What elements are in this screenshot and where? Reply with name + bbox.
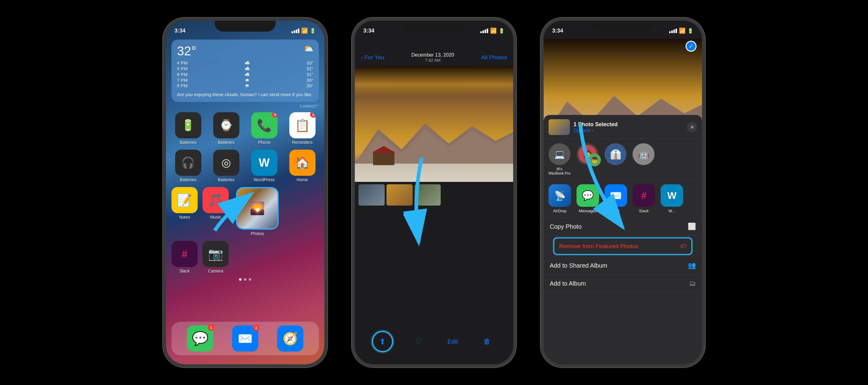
more-label: W... [669, 209, 675, 213]
wifi-icon-2: 📶 [490, 27, 497, 34]
main-photo[interactable] [355, 66, 513, 182]
app-wordpress[interactable]: W WordPress [248, 150, 281, 182]
app-photos-highlighted[interactable]: 🌄 Photos [236, 187, 279, 236]
weather-widget[interactable]: 32° ⛅ 4 PM☁️33° 5 PM☁️32° 6 PM☁️31° 7 PM… [172, 39, 319, 102]
thumb-2[interactable] [386, 184, 413, 206]
share-apps-row: 📡 AirDrop 💬 Messages ✉️ M [544, 180, 702, 218]
share-person-2[interactable]: 👩 👦 [577, 143, 598, 175]
slack-label: Slack [639, 209, 649, 213]
share-person-4[interactable]: 🤖 [632, 143, 654, 175]
app-slack[interactable]: # Slack [172, 241, 198, 273]
share-messages[interactable]: 💬 Messages [577, 184, 599, 213]
dock-mail[interactable]: ✉️ 1 [232, 325, 258, 352]
photo-strip [355, 182, 513, 208]
battery-icon-3: 🔋 [687, 28, 693, 34]
remove-featured-wrapper: Remove from Featured Photos 🏷 [544, 236, 702, 257]
copy-icon: ⬜ [688, 222, 696, 231]
messages-icon: 💬 [582, 190, 594, 201]
app-circle-2[interactable]: ◎ Batteries [210, 150, 243, 182]
thumb-3[interactable] [414, 184, 441, 206]
ground [355, 164, 513, 182]
heart-icon: ♡ [415, 337, 422, 346]
app-grid-row1: 🔋 Batteries ⌚ Batteries 📞 9 [166, 110, 324, 147]
add-shared-album-item[interactable]: Add to Shared Album 👥 [544, 257, 702, 275]
app-reminders[interactable]: 📋 2 Reminders [286, 112, 319, 145]
time-1: 3:34 [175, 28, 185, 34]
phone-1: 3:34 📶 🔋 32° ⛅ [163, 18, 328, 368]
app-headphone-batteries[interactable]: 🎧 Batteries [172, 150, 205, 182]
messages-badge: 1 [208, 324, 214, 331]
signal-icon-2 [480, 29, 488, 33]
edit-label: Edit [447, 338, 458, 345]
person-macbook-label: M'sMacBook Pro [549, 167, 570, 175]
dock: 💬 1 ✉️ 1 🧭 [172, 322, 319, 355]
app-camera[interactable]: 📷 Camera [203, 241, 229, 273]
wifi-icon-3: 📶 [679, 27, 686, 34]
share-people-row: 💻 M'sMacBook Pro 👩 👦 👔 [544, 139, 702, 180]
status-bar-1: 3:34 📶 🔋 [166, 21, 324, 36]
share-thumb-preview [549, 119, 570, 135]
remove-featured-label: Remove from Featured Photos [559, 243, 638, 250]
status-bar-3: 3:34 📶 🔋 [544, 21, 702, 36]
status-icons-2: 📶 🔋 [480, 27, 505, 34]
battery-icon-2: 🔋 [499, 28, 505, 34]
app-notes[interactable]: 📝 Notes [172, 187, 198, 236]
share-mail[interactable]: ✉️ Mail [604, 184, 627, 213]
share-more[interactable]: W W... [660, 184, 683, 213]
share-options-link[interactable]: Options › [574, 128, 687, 133]
signal-icon [291, 29, 299, 33]
share-person-macbook[interactable]: 💻 M'sMacBook Pro [549, 143, 570, 175]
remove-icon: 🏷 [680, 243, 686, 250]
signal-icon-3 [669, 29, 677, 33]
phone-2: 3:34 📶 🔋 ‹ For You December 13, 2020 [352, 18, 516, 368]
weather-sun-icon: ⛅ [304, 44, 313, 53]
edit-button[interactable]: Edit [443, 332, 462, 351]
app-grid-row3: 📝 Notes 🎵 Music 🌄 Photos [166, 185, 324, 238]
remove-featured-item[interactable]: Remove from Featured Photos 🏷 [553, 238, 692, 255]
add-album-item[interactable]: Add to Album 🗂 [544, 275, 702, 292]
status-icons-1: 📶 🔋 [291, 27, 316, 34]
messages-label: Messages [579, 209, 597, 213]
thumb-1[interactable] [359, 184, 385, 206]
reminders-badge: 2 [310, 112, 315, 118]
app-batteries-2[interactable]: ⌚ Batteries [210, 112, 243, 145]
time-3: 3:34 [552, 28, 563, 34]
share-icon: ⬆ [379, 337, 386, 346]
page-dots [166, 278, 324, 281]
shared-album-icon: 👥 [688, 261, 696, 270]
photo-time: 7:42 AM [411, 58, 455, 63]
time-2: 3:34 [363, 28, 374, 34]
share-button[interactable]: ⬆ [372, 331, 393, 352]
phone-badge: 9 [272, 112, 277, 118]
share-close-button[interactable]: ✕ [687, 122, 697, 132]
barn [373, 151, 394, 165]
app-home[interactable]: 🏠 Home [286, 150, 319, 182]
trash-icon: 🗑 [483, 337, 491, 346]
phone-3: 3:34 📶 🔋 [540, 18, 705, 368]
add-album-label: Add to Album [550, 280, 586, 287]
dock-safari[interactable]: 🧭 [277, 325, 303, 352]
app-phone[interactable]: 📞 9 Phone [248, 112, 281, 145]
share-airdrop[interactable]: 📡 AirDrop [549, 184, 571, 213]
share-sheet: 1 Photo Selected Options › ✕ 💻 M'sMacBoo… [544, 115, 702, 364]
app-batteries-1[interactable]: 🔋 Batteries [172, 112, 205, 145]
status-icons-3: 📶 🔋 [669, 27, 693, 34]
all-photos-btn[interactable]: All Photos [481, 54, 507, 61]
mail-badge: 1 [253, 324, 259, 331]
airdrop-icon: 📡 [554, 190, 565, 201]
share-slack[interactable]: # Slack [632, 184, 655, 213]
photo-nav: ‹ For You December 13, 2020 7:42 AM All … [355, 36, 513, 66]
album-icon: 🗂 [689, 279, 696, 287]
copy-photo-item[interactable]: Copy Photo ⬜ [544, 218, 702, 236]
favorite-button[interactable]: ♡ [409, 332, 428, 351]
share-person-3[interactable]: 👔 [604, 143, 626, 175]
dock-messages[interactable]: 💬 1 [187, 325, 213, 352]
add-shared-label: Add to Shared Album [550, 262, 607, 269]
weather-forecast: 4 PM☁️33° 5 PM☁️32° 6 PM☁️31° 7 PM🌧30° 8… [177, 60, 313, 88]
share-title: 1 Photo Selected [574, 121, 687, 128]
app-grid-row4: # Slack 📷 Camera [166, 238, 324, 276]
delete-button[interactable]: 🗑 [478, 332, 496, 351]
app-music[interactable]: 🎵 Music [203, 187, 229, 236]
back-btn[interactable]: ‹ For You [361, 54, 384, 61]
app-grid-row2: 🎧 Batteries ◎ Batteries W WordPress [166, 147, 324, 185]
